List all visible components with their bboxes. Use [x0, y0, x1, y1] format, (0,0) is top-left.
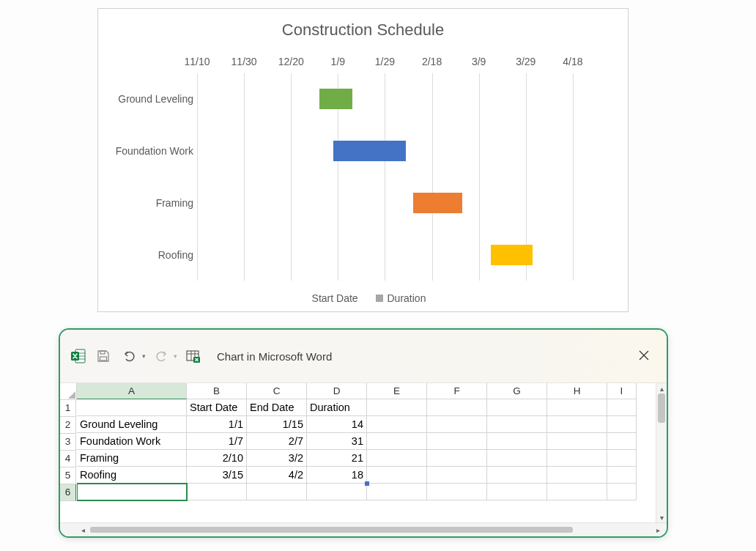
cell[interactable]	[607, 433, 637, 450]
cell[interactable]: 2/10	[187, 450, 247, 467]
column-header[interactable]: A	[77, 383, 187, 399]
undo-dropdown-icon[interactable]: ▾	[142, 352, 146, 360]
legend-swatch-duration	[376, 295, 383, 302]
save-button[interactable]	[94, 347, 113, 366]
cell[interactable]: 3/2	[247, 450, 307, 467]
gantt-chart[interactable]: Construction Schedule 11/1011/3012/201/9…	[97, 8, 629, 312]
x-tick: 11/10	[184, 56, 210, 67]
datasheet-icon[interactable]	[183, 347, 202, 366]
cell[interactable]	[487, 450, 547, 467]
cell[interactable]: Foundation Work	[77, 433, 187, 450]
cell[interactable]	[487, 416, 547, 433]
cell[interactable]	[187, 484, 247, 500]
close-button[interactable]	[634, 346, 653, 365]
excel-embed-panel[interactable]: ▾ ▾ Chart in Microsoft Word 123456	[59, 328, 668, 538]
cell[interactable]	[427, 433, 487, 450]
scroll-down-icon[interactable]: ▾	[660, 514, 664, 522]
cell[interactable]	[367, 484, 427, 500]
cell[interactable]	[547, 399, 607, 416]
legend-start: Start Date	[312, 292, 358, 304]
cell[interactable]: Start Date	[187, 399, 247, 416]
column-header[interactable]: C	[247, 383, 307, 399]
spreadsheet-grid[interactable]: ABCDEFGHI Start DateEnd DateDurationGrou…	[77, 383, 656, 524]
x-tick: 2/18	[422, 56, 442, 67]
cell[interactable]	[367, 467, 427, 484]
redo-button[interactable]	[152, 347, 171, 366]
column-header[interactable]: B	[187, 383, 247, 399]
cell[interactable]: 1/7	[187, 433, 247, 450]
cell[interactable]: Framing	[77, 450, 187, 467]
select-all-corner[interactable]	[60, 383, 77, 400]
cell[interactable]	[427, 467, 487, 484]
cell[interactable]: 31	[307, 433, 367, 450]
cell[interactable]	[487, 467, 547, 484]
cell[interactable]	[547, 433, 607, 450]
cell[interactable]	[367, 399, 427, 416]
undo-button[interactable]	[120, 347, 139, 366]
cell[interactable]	[487, 433, 547, 450]
column-header[interactable]: E	[367, 383, 427, 399]
cell[interactable]	[607, 416, 637, 433]
cell[interactable]: Duration	[307, 399, 367, 416]
cell[interactable]: 3/15	[187, 467, 247, 484]
cell[interactable]	[487, 484, 547, 500]
cell[interactable]	[427, 416, 487, 433]
cell[interactable]	[427, 484, 487, 500]
chart-legend: Start Date Duration	[98, 292, 628, 304]
cell[interactable]	[367, 433, 427, 450]
scroll-right-icon[interactable]: ▸	[654, 526, 662, 534]
cell[interactable]	[547, 416, 607, 433]
cell[interactable]: 14	[307, 416, 367, 433]
row-header[interactable]: 6	[60, 484, 76, 501]
cell[interactable]: 18	[307, 467, 367, 484]
row-header[interactable]: 2	[60, 417, 76, 434]
column-header[interactable]: H	[547, 383, 607, 399]
cell[interactable]: End Date	[247, 399, 307, 416]
excel-window-title: Chart in Microsoft Word	[217, 350, 332, 363]
row-header[interactable]: 1	[60, 400, 76, 417]
scroll-up-icon[interactable]: ▴	[660, 385, 664, 393]
cell[interactable]	[547, 467, 607, 484]
cell[interactable]: 4/2	[247, 467, 307, 484]
gantt-bar[interactable]	[333, 141, 406, 161]
gantt-bar[interactable]	[319, 89, 352, 109]
row-header[interactable]: 5	[60, 467, 76, 484]
cell[interactable]	[427, 399, 487, 416]
column-header[interactable]: I	[607, 383, 637, 399]
gantt-bar[interactable]	[491, 245, 533, 265]
cell[interactable]: 1/15	[247, 416, 307, 433]
row-header[interactable]: 3	[60, 434, 76, 451]
vertical-scrollbar[interactable]: ▴ ▾	[656, 383, 667, 524]
cell[interactable]	[607, 484, 637, 500]
cell[interactable]	[607, 450, 637, 467]
column-header[interactable]: D	[307, 383, 367, 399]
cell[interactable]: 2/7	[247, 433, 307, 450]
cell[interactable]	[367, 416, 427, 433]
cell[interactable]: 21	[307, 450, 367, 467]
cell[interactable]	[487, 399, 547, 416]
cell[interactable]: Ground Leveling	[77, 416, 187, 433]
x-tick: 11/30	[231, 56, 257, 67]
gantt-bar[interactable]	[413, 193, 462, 213]
excel-toolbar: ▾ ▾ Chart in Microsoft Word	[60, 330, 667, 383]
column-header[interactable]: F	[427, 383, 487, 399]
cell[interactable]: Roofing	[77, 467, 187, 484]
cell[interactable]	[367, 450, 427, 467]
redo-dropdown-icon[interactable]: ▾	[174, 352, 177, 360]
cell[interactable]	[77, 484, 187, 500]
excel-app-icon	[70, 348, 86, 364]
row-header[interactable]: 4	[60, 451, 76, 467]
cell[interactable]	[247, 484, 307, 500]
cell[interactable]: 1/1	[187, 416, 247, 433]
scroll-left-icon[interactable]: ◂	[79, 526, 87, 534]
x-tick: 12/20	[278, 56, 304, 67]
cell[interactable]	[77, 399, 187, 416]
cell[interactable]	[547, 450, 607, 467]
cell[interactable]	[547, 484, 607, 500]
cell[interactable]	[307, 484, 367, 500]
cell[interactable]	[607, 399, 637, 416]
horizontal-scrollbar[interactable]: ◂ ▸	[60, 522, 667, 536]
cell[interactable]	[607, 467, 637, 484]
cell[interactable]	[427, 450, 487, 467]
column-header[interactable]: G	[487, 383, 547, 399]
